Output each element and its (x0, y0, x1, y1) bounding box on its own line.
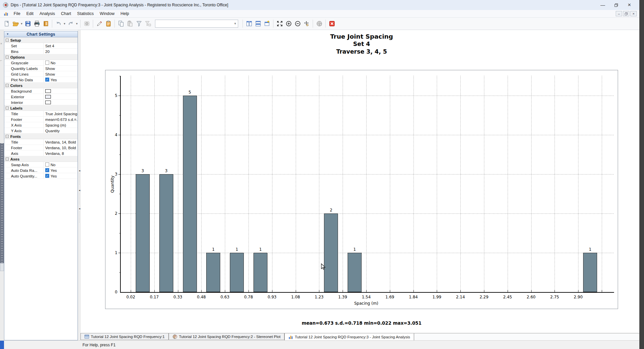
save-button[interactable] (23, 19, 32, 28)
toolbar-combobox[interactable]: ▼ (155, 20, 238, 28)
section-header-axes[interactable]: −Axes (4, 156, 78, 162)
property-row-y-axis[interactable]: Y AxisQuantity (4, 128, 78, 134)
print-button[interactable] (32, 19, 41, 28)
property-value[interactable] (43, 94, 78, 99)
menu-item-edit[interactable]: Edit (23, 10, 37, 17)
collapse-expander-icon[interactable]: − (6, 158, 9, 161)
docked-tab-strip[interactable] (0, 143, 4, 263)
panel-header[interactable]: ▼ Chart Settings (4, 31, 78, 37)
color-swatch[interactable] (45, 95, 51, 99)
collapse-expander-icon[interactable]: − (6, 84, 9, 87)
property-row-swap-axis[interactable]: Swap AxisNo (4, 162, 78, 168)
property-value[interactable]: ✓Yes (43, 168, 78, 173)
splitter-grip[interactable] (79, 193, 80, 205)
property-value[interactable]: True Joint SpacingS... (43, 111, 78, 116)
menu-item-analysis[interactable]: Analysis (37, 10, 58, 17)
property-value[interactable]: Verdana, 14, Bold (43, 139, 78, 145)
tab-document-2[interactable]: Tutorial 12 Joint Spacing RQD Frequency:… (169, 333, 284, 340)
pan-button[interactable] (302, 19, 311, 28)
section-header-colors[interactable]: −Colors (4, 83, 78, 88)
new-file-button[interactable] (2, 19, 11, 28)
property-row-background[interactable]: Background (4, 88, 78, 94)
splitter-grip[interactable] (79, 174, 80, 185)
property-row-auto-data-ra[interactable]: Auto Data Ra...✓Yes (4, 168, 78, 173)
checkbox[interactable]: ✓ (45, 174, 49, 178)
chevron-down-icon[interactable]: ▼ (233, 22, 238, 25)
property-value[interactable]: Verdana, 8 (43, 151, 78, 156)
chevron-down-icon[interactable]: ▼ (75, 22, 79, 25)
property-value[interactable]: 20 (43, 49, 78, 54)
info-viewer-button[interactable] (41, 19, 50, 28)
checkbox[interactable] (45, 61, 49, 65)
mdi-restore-button[interactable] (623, 11, 629, 16)
menu-item-window[interactable]: Window (97, 10, 117, 17)
property-value[interactable]: Set 4 (43, 43, 78, 48)
chart-area[interactable]: True Joint Spacing Set 4 Traverse 3, 4, … (80, 30, 644, 333)
property-value[interactable]: ✓Yes (43, 77, 78, 82)
property-value[interactable] (43, 100, 78, 105)
chevron-down-icon[interactable]: ▼ (63, 22, 66, 25)
clipboard-report-button[interactable] (104, 19, 113, 28)
property-row-grid-lines[interactable]: Grid LinesShow (4, 71, 78, 77)
property-value[interactable]: Show (43, 66, 78, 71)
menu-item-file[interactable]: File (11, 10, 23, 17)
property-row-interior[interactable]: Interior (4, 100, 78, 105)
tab-document-1[interactable]: Tutorial 12 Joint Spacing RQD Frequency:… (80, 333, 169, 340)
panel-splitter[interactable]: ◄◄◄ (78, 30, 80, 340)
property-value[interactable]: Verdana, 10, Bold (43, 145, 78, 150)
property-row-axis[interactable]: AxisVerdana, 8 (4, 151, 78, 156)
property-value[interactable]: No (43, 60, 78, 65)
property-row-auto-quantity[interactable]: Auto Quantity...✓Yes (4, 173, 78, 179)
snapshot-button[interactable] (82, 19, 91, 28)
new-window-button[interactable] (262, 19, 271, 28)
mdi-close-button[interactable]: × (630, 11, 637, 16)
property-row-quantity-labels[interactable]: Quantity LabelsShow (4, 66, 78, 71)
restore-button[interactable] (609, 1, 623, 9)
edit-pen-button[interactable] (95, 19, 104, 28)
property-row-footer[interactable]: FooterVerdana, 10, Bold (4, 145, 78, 151)
property-row-x-axis[interactable]: X AxisSpacing (m) (4, 122, 78, 128)
close-button[interactable]: × (623, 1, 636, 9)
color-swatch[interactable] (45, 89, 51, 93)
chevron-down-icon[interactable]: ▼ (20, 22, 23, 25)
undo-button[interactable] (54, 19, 63, 28)
property-row-title[interactable]: TitleVerdana, 14, Bold (4, 139, 78, 145)
property-row-plot-no-data[interactable]: Plot No Data✓Yes (4, 77, 78, 83)
property-value[interactable]: Quantity (43, 128, 78, 133)
filter-data-button[interactable] (134, 19, 143, 28)
property-value[interactable]: ✓Yes (43, 173, 78, 178)
property-row-set[interactable]: SetSet 4 (4, 43, 78, 49)
zoom-out-button[interactable] (293, 19, 302, 28)
checkbox[interactable]: ✓ (45, 168, 49, 172)
copy-button[interactable] (116, 19, 125, 28)
open-file-button[interactable] (11, 19, 20, 28)
menu-item-chart[interactable]: Chart (58, 10, 74, 17)
tile-vertical-button[interactable] (244, 19, 253, 28)
collapse-expander-icon[interactable]: − (6, 135, 9, 138)
dock-button[interactable] (0, 263, 4, 271)
filter-query-button[interactable] (143, 19, 152, 28)
zoom-in-button[interactable] (284, 19, 293, 28)
color-swatch[interactable] (45, 101, 51, 104)
checkbox[interactable] (45, 163, 49, 167)
paste-button[interactable] (125, 19, 134, 28)
property-value[interactable] (43, 88, 78, 94)
property-row-title[interactable]: TitleTrue Joint SpacingS... (4, 111, 78, 117)
redo-button[interactable] (66, 19, 75, 28)
mdi-minimize-button[interactable]: – (616, 11, 622, 16)
tab-document-3[interactable]: Tutorial 12 Joint Spacing RQD Frequency:… (284, 333, 414, 341)
property-row-grayscale[interactable]: GrayscaleNo (4, 60, 78, 66)
stereonet-globe-button[interactable] (315, 19, 324, 28)
chevron-down-icon[interactable]: ▼ (6, 33, 9, 36)
tile-horizontal-button[interactable] (253, 19, 262, 28)
property-value[interactable]: Show (43, 71, 78, 77)
menu-item-help[interactable]: Help (117, 10, 132, 17)
section-header-labels[interactable]: −Labels (4, 105, 78, 111)
splitter-grip[interactable] (79, 211, 80, 223)
property-value[interactable]: Spacing (m) (43, 122, 78, 128)
property-row-footer[interactable]: Footermean=0.673 s.d.=... (4, 117, 78, 122)
property-row-exterior[interactable]: Exterior (4, 94, 78, 100)
property-row-bins[interactable]: Bins20 (4, 49, 78, 54)
property-value[interactable]: mean=0.673 s.d.=... (43, 117, 78, 122)
collapse-expander-icon[interactable]: − (6, 107, 9, 110)
